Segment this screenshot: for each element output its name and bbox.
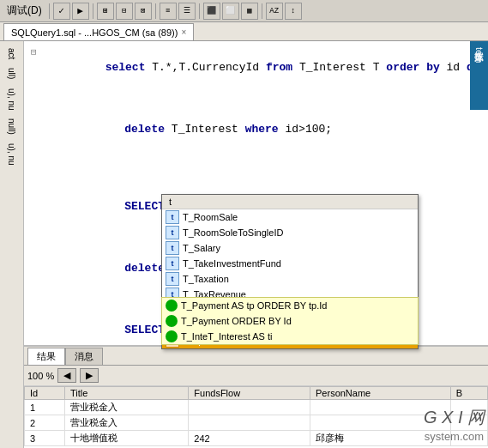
zoom-label: 100 % (27, 371, 54, 381)
scroll-left-btn[interactable]: ◀ (57, 368, 76, 383)
autocomplete-label-1: T_RoomSoleToSingleID (183, 227, 283, 238)
table-icon-2: t (166, 241, 179, 255)
editor-line-5 (31, 168, 481, 184)
toolbar-sep-3 (155, 3, 156, 19)
line-content-4 (31, 153, 481, 168)
suggestion-item-1[interactable]: T_Payment ORDER BY Id (162, 313, 418, 329)
autocomplete-label-0: T_RoomSale (183, 212, 238, 222)
col-header-fundsflow: FundsFlow (189, 387, 310, 400)
suggestion-popup: T_Payment AS tp ORDER BY tp.Id T_Payment… (161, 297, 419, 345)
cell-title-2: 十地增值税 (65, 431, 189, 446)
sql-query-tab[interactable]: SQLQuery1.sql - ...HGOS_CM (sa (89)) × (3, 23, 194, 40)
col-header-b: B (450, 387, 487, 400)
cell-id-2: 3 (25, 431, 65, 446)
watermark-url: system.com (424, 429, 485, 445)
tab-bar: SQLQuery1.sql - ...HGOS_CM (sa (89)) × (0, 22, 488, 41)
bottom-tab-bar: 结果 消息 (24, 347, 488, 366)
align2-icon[interactable]: ⬜ (222, 3, 239, 20)
table-icon-4: t (166, 272, 179, 286)
suggestion-label-2: T_InteT_Interest AS ti (181, 331, 272, 342)
cell-id-1: 2 (25, 415, 65, 431)
tab-label: SQLQuery1.sql - ...HGOS_CM (sa (89)) (11, 27, 178, 38)
watermark-gxi: G X I 网 (424, 405, 485, 429)
line-content-5 (31, 168, 481, 184)
format2-icon[interactable]: ⊟ (116, 3, 133, 20)
line-content-3: delete T_Interest where id>100; (31, 106, 481, 153)
editor-line-2 (31, 91, 481, 106)
indent1-icon[interactable]: ≡ (160, 3, 177, 20)
sidebar-nu2: u), nu (5, 140, 18, 169)
sidebar-ull: ull) (5, 64, 18, 82)
autocomplete-item-2[interactable]: t T_Salary (162, 240, 418, 256)
bottom-panel: 结果 消息 100 % ◀ ▶ G X I 网 system.com (24, 345, 488, 448)
sidebar-nu1: u), nu (5, 85, 18, 114)
main-toolbar: 调试(D) ✓ ▶ ⊞ ⊟ ⊠ ≡ ☰ ⬛ ⬜ ▦ AZ ↕ (0, 0, 488, 22)
table-row: 2 营业税金入 (25, 415, 488, 431)
autocomplete-item-0[interactable]: t T_RoomSale (162, 209, 418, 225)
autocomplete-label-2: T_Salary (183, 243, 220, 253)
line-content-2 (31, 91, 481, 106)
messages-tab[interactable]: 消息 (65, 348, 103, 365)
run-icon[interactable]: ▶ (72, 3, 89, 20)
toolbar-sep-5 (262, 3, 262, 19)
result-table: Id Title FundsFlow PersonName B 1 营业税金入 (24, 386, 488, 448)
tab-close-icon[interactable]: × (181, 27, 186, 37)
autocomplete-item-3[interactable]: t T_TakeInvestmentFund (162, 256, 418, 271)
right-db-label[interactable]: 数据库 tem (470, 41, 488, 110)
sidebar-act: act (5, 45, 18, 63)
green-circle-icon-1 (166, 315, 178, 327)
autocomplete-item-4[interactable]: t T_Taxation (162, 271, 418, 287)
cell-id-0: 1 (25, 400, 65, 415)
align1-icon[interactable]: ⬛ (203, 3, 220, 20)
col-header-title: Title (65, 387, 189, 400)
line-content-1: select T.*,T.CurrencyId from T_Interest … (39, 45, 488, 91)
autocomplete-label-4: T_Taxation (183, 274, 229, 284)
format3-icon[interactable]: ⊠ (135, 3, 152, 20)
autocomplete-header: t (162, 195, 418, 209)
bottom-toolbar: 100 % ◀ ▶ G X I 网 system.com (24, 366, 488, 386)
main-area: act ull) u), nu null) u), nu ⊟ select T.… (0, 41, 488, 448)
cell-fundsflow-2: 242 (189, 431, 310, 446)
debug-menu[interactable]: 调试(D) (3, 3, 45, 18)
col-header-id: Id (25, 387, 65, 400)
cell-fundsflow-0 (189, 400, 310, 415)
cell-fundsflow-1 (189, 415, 310, 431)
green-circle-icon-0 (166, 300, 178, 312)
toolbar-sep-2 (93, 3, 93, 19)
left-sidebar: act ull) u), nu null) u), nu (0, 41, 24, 448)
suggestion-label-0: T_Payment AS tp ORDER BY tp.Id (181, 300, 327, 311)
col-header-personname: PersonName (310, 387, 451, 400)
editor-line-1: ⊟ select T.*,T.CurrencyId from T_Interes… (31, 45, 481, 91)
check-icon[interactable]: ✓ (53, 3, 70, 20)
toolbar-sep-1 (49, 3, 50, 19)
green-circle-icon-2 (166, 330, 178, 342)
editor-line-3: delete T_Interest where id>100; (31, 106, 481, 153)
results-tab[interactable]: 结果 (27, 348, 65, 365)
table-icon-1: t (166, 226, 179, 239)
table-icon-3: t (166, 257, 179, 270)
suggestion-item-2[interactable]: T_InteT_Interest AS ti (162, 329, 418, 344)
table-row: 3 十地增值税 242 邱彦梅 (25, 431, 488, 446)
table-icon-0: t (166, 210, 179, 224)
az2-icon[interactable]: ↕ (285, 3, 302, 20)
az-icon[interactable]: AZ (266, 3, 283, 20)
cell-title-0: 营业税金入 (65, 400, 189, 415)
toolbar-sep-4 (199, 3, 200, 19)
sidebar-null2: null) (5, 115, 18, 138)
watermark: G X I 网 system.com (424, 405, 485, 445)
table-row: 1 营业税金入 (25, 400, 488, 415)
suggestion-item-0[interactable]: T_Payment AS tp ORDER BY tp.Id (162, 298, 418, 313)
scroll-right-btn[interactable]: ▶ (80, 368, 99, 383)
align3-icon[interactable]: ▦ (241, 3, 258, 20)
format1-icon[interactable]: ⊞ (97, 3, 114, 20)
indent2-icon[interactable]: ☰ (178, 3, 196, 20)
collapse-icon-1[interactable]: ⊟ (31, 45, 37, 60)
editor-line-4 (31, 153, 481, 168)
cell-title-1: 营业税金入 (65, 415, 189, 431)
autocomplete-label-3: T_TakeInvestmentFund (183, 258, 281, 269)
autocomplete-item-1[interactable]: t T_RoomSoleToSingleID (162, 225, 418, 240)
suggestion-label-1: T_Payment ORDER BY Id (181, 316, 292, 326)
